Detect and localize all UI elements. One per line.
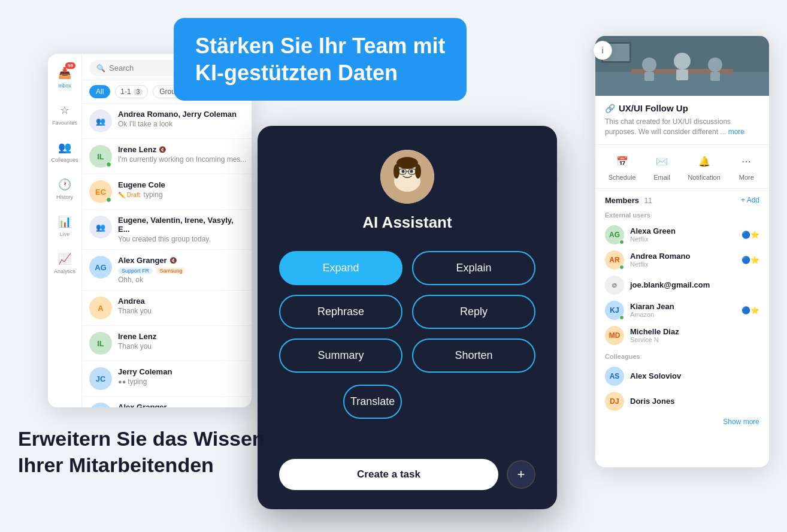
- sidebar-item-label-inbox: Inbox: [58, 83, 71, 89]
- svg-rect-19: [710, 72, 720, 81]
- member-subtitle: Netflix: [630, 235, 735, 243]
- reply-button[interactable]: Reply: [412, 295, 535, 329]
- chat-items: 👥 Andrea Romano, Jerry Coleman Ok I'll t…: [82, 104, 252, 407]
- history-icon: 🕐: [56, 176, 73, 193]
- list-item[interactable]: IL Irene Lenz 🔇 I'm currently working on…: [82, 139, 252, 174]
- sidebar: 📥 99 Inbox ☆ Favourites 👥 Colleagues 🕐 H…: [48, 54, 82, 407]
- member-name: Kiaran Jean: [630, 302, 735, 311]
- chat-preview: Ok I'll take a look: [118, 120, 246, 128]
- chat-list-panel: 📥 99 Inbox ☆ Favourites 👥 Colleagues 🕐 H…: [48, 54, 252, 407]
- hero-bottom-text: Erweitern Sie das Wissen Ihrer Mitarbeit…: [18, 425, 265, 478]
- svg-point-9: [394, 164, 399, 179]
- show-more-button[interactable]: Show more: [605, 414, 759, 430]
- member-avatar: DJ: [605, 392, 624, 411]
- chat-info: Andrea Romano, Jerry Coleman Ok I'll tak…: [118, 110, 246, 128]
- chat-name: Eugene Cole: [118, 180, 246, 189]
- link-icon: 🔗: [605, 104, 615, 113]
- svg-point-16: [674, 53, 691, 69]
- list-item[interactable]: 👥 Eugene, Valentin, Irene, Vasyly, E... …: [82, 210, 252, 250]
- list-item[interactable]: MD Michelle Diaz Service N: [605, 323, 759, 348]
- sidebar-item-live[interactable]: 📊 Live: [48, 208, 81, 242]
- chat-info: Alex Granger 123.jpeg: [118, 403, 252, 407]
- filter-one-to-one-button[interactable]: 1-1 3: [115, 85, 148, 98]
- chat-info: Andrea Thank you: [118, 297, 249, 315]
- sidebar-item-favourites[interactable]: ☆ Favourites: [48, 97, 81, 131]
- list-item[interactable]: IL Irene Lenz Thank you Wed: [82, 326, 252, 361]
- summary-button[interactable]: Summary: [279, 338, 402, 373]
- member-avatar: AS: [605, 367, 624, 386]
- chat-preview: I'm currently working on Incoming mes...: [118, 155, 246, 164]
- sidebar-item-inbox[interactable]: 📥 99 Inbox: [48, 60, 81, 93]
- avatar: A: [89, 297, 112, 319]
- avatar: JC: [89, 367, 112, 390]
- svg-point-4: [410, 170, 413, 173]
- explain-button[interactable]: Explain: [412, 251, 535, 285]
- chat-preview-2: Ohh, ok: [118, 276, 246, 284]
- more-action[interactable]: ⋯ More: [737, 152, 756, 181]
- sidebar-item-analytics[interactable]: 📈 Analytics: [48, 246, 81, 279]
- member-name: Alex Soloviov: [630, 371, 759, 380]
- avatar: AG: [89, 256, 112, 279]
- hero-top-line1: Stärken Sie Ihr Team mit: [195, 32, 445, 59]
- expand-button[interactable]: Expand: [279, 251, 402, 285]
- email-action[interactable]: ✉️ Email: [652, 152, 671, 181]
- list-item[interactable]: AR Andrea Romano Netflix 🔵⭐: [605, 247, 759, 273]
- list-item[interactable]: DJ Doris Jones: [605, 389, 759, 414]
- members-label: Members: [605, 196, 639, 205]
- chat-name: Eugene, Valentin, Irene, Vasyly, E...: [118, 216, 246, 234]
- list-item[interactable]: AG Alexa Green Netflix 🔵⭐: [605, 222, 759, 247]
- member-info: Alex Soloviov: [630, 371, 759, 380]
- add-member-button[interactable]: + Add: [741, 196, 759, 204]
- shorten-button[interactable]: Shorten: [412, 338, 535, 373]
- list-item[interactable]: A Andrea Thank you Wed: [82, 291, 252, 326]
- colleagues-label: Colleagues: [605, 353, 759, 360]
- header-image-svg: [595, 36, 769, 96]
- more-icon: ⋯: [737, 152, 756, 171]
- member-flags: 🔵⭐: [741, 231, 759, 239]
- member-avatar: AG: [605, 225, 624, 244]
- chat-name: Irene Lenz: [118, 332, 249, 341]
- right-panel-header: [595, 36, 769, 96]
- rephrase-button[interactable]: Rephrase: [279, 295, 402, 329]
- member-name: joe.blank@gmail.com: [630, 280, 759, 289]
- hero-bottom-line2: Ihrer Mitarbeitenden: [18, 452, 265, 478]
- more-link[interactable]: more: [728, 128, 744, 136]
- sidebar-item-label-live: Live: [60, 231, 70, 237]
- list-item[interactable]: AG Alex Granger 123.jpeg Tue: [82, 397, 252, 407]
- avatar: 👥: [89, 110, 112, 132]
- plus-button[interactable]: +: [507, 460, 535, 489]
- schedule-action[interactable]: 📅 Schedule: [609, 152, 636, 181]
- list-item[interactable]: JC Jerry Coleman ●● typing Tue: [82, 361, 252, 397]
- ai-title: AI Assistant: [362, 213, 452, 232]
- member-subtitle: Amazon: [630, 311, 735, 318]
- list-item[interactable]: KJ Kiaran Jean Amazon 🔵⭐: [605, 298, 759, 323]
- create-task-button[interactable]: Create a task: [279, 459, 498, 490]
- list-item[interactable]: 👥 Andrea Romano, Jerry Coleman Ok I'll t…: [82, 104, 252, 139]
- member-info: Doris Jones: [630, 397, 759, 406]
- info-button[interactable]: i: [593, 41, 612, 60]
- svg-rect-17: [676, 69, 688, 80]
- chat-name: Andrea Romano, Jerry Coleman: [118, 110, 246, 119]
- list-item[interactable]: @ joe.blank@gmail.com: [605, 273, 759, 298]
- avatar: IL: [89, 332, 112, 355]
- chat-name: Alex Granger 🔇: [118, 256, 246, 265]
- sidebar-item-history[interactable]: 🕐 History: [48, 171, 81, 205]
- sidebar-item-label-colleagues: Colleagues: [51, 157, 78, 163]
- members-header: Members 11 + Add: [605, 195, 759, 205]
- translate-button[interactable]: Translate: [343, 385, 402, 419]
- sidebar-item-colleagues[interactable]: 👥 Colleagues: [48, 134, 81, 168]
- list-item[interactable]: EC Eugene Cole ✏️ Draft: typing 12:01 5: [82, 174, 252, 210]
- channel-description: This chat created for UX/UI discussions …: [605, 117, 759, 137]
- member-avatar: MD: [605, 326, 624, 345]
- filter-all-button[interactable]: All: [89, 85, 110, 98]
- chat-info: Alex Granger 🔇 Support FR Samsung Ohh, o…: [118, 256, 246, 284]
- chat-list-area: 🔍 All 1-1 3 Group 👥 Andrea Romano, Jerry…: [82, 54, 252, 407]
- avatar: EC: [89, 180, 112, 203]
- list-item[interactable]: AG Alex Granger 🔇 Support FR Samsung Ohh…: [82, 250, 252, 291]
- notification-action[interactable]: 🔔 Notification: [688, 152, 720, 181]
- online-indicator: [619, 240, 624, 244]
- list-item[interactable]: AS Alex Soloviov: [605, 364, 759, 389]
- sidebar-item-label-history: History: [56, 194, 73, 200]
- sidebar-item-label-analytics: Analytics: [54, 268, 75, 274]
- avatar: 👥: [89, 216, 112, 238]
